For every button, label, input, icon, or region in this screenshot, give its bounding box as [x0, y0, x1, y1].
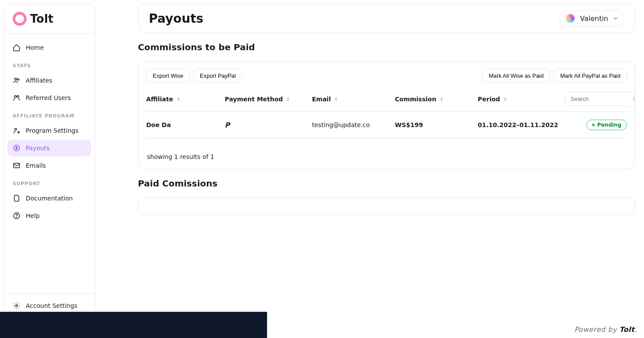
user-name: Valentin [580, 14, 608, 23]
column-label: Email [312, 96, 331, 103]
sidebar-item-account-settings[interactable]: Account Settings [7, 297, 91, 314]
sidebar-item-payouts[interactable]: Payouts [7, 140, 91, 156]
sidebar-item-label: Emails [26, 162, 46, 169]
topbar: Payouts Valentin [138, 3, 635, 33]
avatar [565, 13, 575, 24]
section-heading-commissions: Commissions to be Paid [138, 42, 635, 52]
sidebar-item-label: Log Out [26, 319, 50, 326]
cell-commission: WS$199 [395, 121, 478, 128]
gear-icon [13, 302, 21, 310]
user-gear-icon [13, 127, 21, 135]
sidebar-item-documentation[interactable]: Documentation [7, 190, 91, 207]
status-dot-icon [592, 124, 595, 126]
chevron-down-icon [613, 15, 619, 21]
sort-icon [333, 97, 339, 102]
column-email[interactable]: Email [312, 96, 395, 103]
mark-wise-button[interactable]: Mark All Wise as Paid [482, 69, 550, 83]
sidebar-item-label: Help [26, 212, 40, 219]
export-wise-button[interactable]: Export Wise [146, 69, 190, 83]
export-buttons: Export Wise Export PayPal [146, 69, 242, 83]
logout-icon [13, 318, 21, 326]
svg-point-12 [634, 97, 635, 100]
sort-icon [439, 97, 444, 102]
column-affiliate[interactable]: Affiliate [146, 96, 225, 103]
sidebar-item-emails[interactable]: Emails [7, 157, 91, 174]
mark-buttons: Mark All Wise as Paid Mark All PayPal as… [482, 69, 627, 83]
sidebar-item-label: Referred Users [26, 94, 71, 101]
paypal-icon: P [225, 121, 230, 129]
svg-point-6 [18, 131, 19, 133]
home-icon [13, 44, 21, 52]
column-period[interactable]: Period [478, 96, 565, 103]
commissions-panel: Export Wise Export PayPal Mark All Wise … [138, 61, 635, 169]
sidebar-footer: Account Settings Log Out [4, 293, 95, 334]
svg-point-11 [16, 305, 18, 307]
paid-panel [138, 197, 635, 215]
status-badge: Pending [586, 120, 627, 130]
commissions-toolbar: Export Wise Export PayPal Mark All Wise … [138, 62, 635, 86]
sidebar-item-program-settings[interactable]: Program Settings [7, 122, 91, 139]
sidebar-item-home[interactable]: Home [7, 39, 91, 56]
main: Payouts Valentin Commissions to be Paid … [99, 0, 644, 338]
column-commission[interactable]: Commission [395, 96, 478, 103]
column-label: Payment Method [225, 96, 283, 103]
sidebar-item-referred-users[interactable]: Referred Users [7, 90, 91, 106]
section-label-stats: STATS [7, 57, 91, 71]
section-label-support: SUPPORT [7, 175, 91, 189]
section-label-program: AFFILIATE PROGRAM [7, 107, 91, 121]
column-label: Affiliate [146, 96, 173, 103]
column-label: Period [478, 96, 500, 103]
sidebar-item-label: Payouts [26, 145, 50, 152]
sidebar-item-help[interactable]: Help [7, 207, 91, 224]
svg-point-3 [14, 96, 17, 98]
svg-point-4 [17, 96, 19, 98]
column-payment-method[interactable]: Payment Method [225, 96, 312, 103]
cell-email: testing@update.co [312, 121, 395, 128]
mail-icon [13, 162, 21, 169]
svg-point-1 [15, 78, 17, 80]
sidebar-item-label: Affiliates [26, 77, 52, 84]
cell-affiliate: Doe Da [146, 121, 225, 128]
section-heading-paid: Paid Comissions [138, 178, 635, 189]
mark-paypal-button[interactable]: Mark All PayPal as Paid [554, 69, 627, 83]
svg-point-10 [17, 217, 17, 217]
commissions-table: Affiliate Payment Method Email Commissio… [138, 86, 635, 145]
search-icon [632, 96, 635, 103]
sidebar-item-label: Account Settings [26, 302, 77, 309]
logo-icon [13, 12, 27, 26]
sidebar-item-log-out[interactable]: Log Out [7, 314, 91, 331]
document-icon [13, 194, 21, 202]
user-menu[interactable]: Valentin [559, 10, 624, 27]
logo[interactable]: Tolt [4, 4, 95, 34]
help-icon [13, 212, 21, 220]
sidebar-item-label: Home [26, 44, 44, 51]
sidebar-item-affiliates[interactable]: Affiliates [7, 72, 91, 89]
svg-point-0 [14, 13, 25, 24]
sidebar-nav: Home STATS Affiliates Referred Users AFF… [4, 34, 95, 293]
sort-icon [503, 97, 508, 102]
column-label: Commission [395, 96, 436, 103]
sort-icon [176, 97, 181, 102]
svg-point-5 [15, 128, 17, 131]
dollar-circle-icon [13, 144, 21, 152]
svg-point-2 [17, 79, 19, 80]
table-header: Affiliate Payment Method Email Commissio… [146, 86, 627, 111]
export-paypal-button[interactable]: Export PayPal [193, 69, 242, 83]
search [565, 92, 635, 106]
sort-icon [285, 97, 291, 102]
users-icon [13, 94, 21, 102]
page-title: Payouts [149, 11, 203, 26]
sidebar-item-label: Program Settings [26, 127, 79, 134]
results-text: showing 1 results of 1 [138, 145, 635, 169]
cell-period: 01.10.2022–01.11.2022 [478, 121, 565, 128]
sidebar: Tolt Home STATS Affiliates Referred User… [3, 3, 95, 335]
cell-payment-method: P [225, 121, 312, 129]
sidebar-item-label: Documentation [26, 195, 73, 202]
status-text: Pending [597, 122, 621, 128]
logo-text: Tolt [30, 12, 54, 25]
table-row[interactable]: Doe Da P testing@update.co WS$199 01.10.… [146, 111, 627, 138]
search-input[interactable] [565, 92, 635, 106]
users-icon [13, 76, 21, 84]
